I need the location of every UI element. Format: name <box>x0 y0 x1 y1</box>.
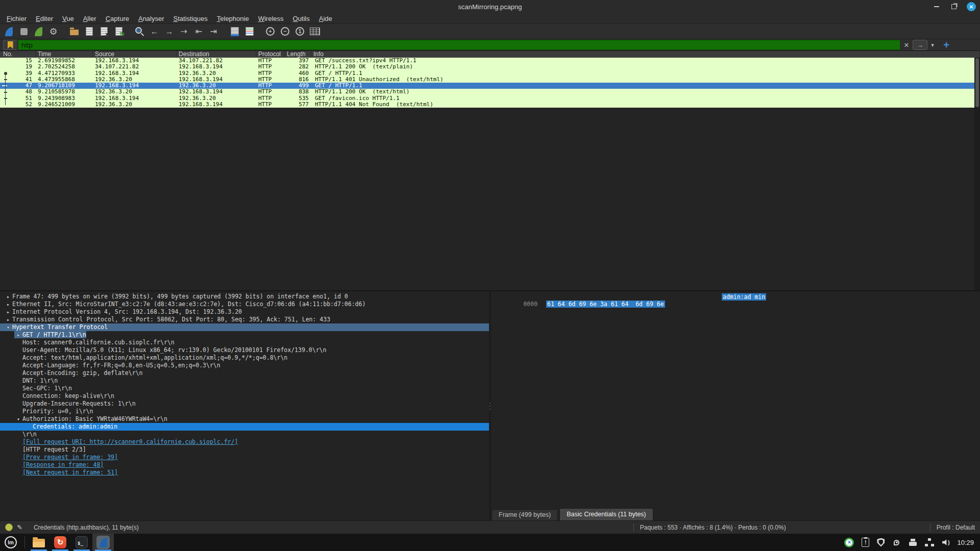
close-icon[interactable] <box>967 2 976 11</box>
menu-item-analyser[interactable]: Analyser <box>134 15 169 22</box>
maximize-icon[interactable] <box>949 2 959 11</box>
filter-bookmark-button[interactable] <box>3 40 17 50</box>
collapsed-icon[interactable]: ▸ <box>4 300 12 308</box>
open-capture-icon[interactable] <box>67 25 81 38</box>
menu-item-vue[interactable]: Vue <box>58 15 79 22</box>
column-header-length[interactable]: Length <box>285 51 311 58</box>
packet-row-39[interactable]: 394.471270933192.168.3.194192.36.3.20HTT… <box>0 70 980 77</box>
filter-add-icon[interactable] <box>941 40 952 49</box>
filter-clear-icon[interactable] <box>901 40 912 49</box>
detail-line-11[interactable]: DNT: 1\r\n <box>0 377 489 385</box>
column-header-destination[interactable]: Destination <box>177 51 256 58</box>
sync-status-icon[interactable] <box>844 538 854 547</box>
column-header-no[interactable]: No. <box>0 51 36 58</box>
byte-tab-frame[interactable]: Frame (499 bytes) <box>492 509 558 520</box>
clipboard-alert-icon[interactable] <box>862 538 869 547</box>
packet-row-48[interactable]: 489.210585978192.36.3.20192.168.3.194HTT… <box>0 89 980 95</box>
collapsed-icon[interactable]: ▸ <box>4 308 12 316</box>
detail-line-17[interactable]: Credentials: admin:admin <box>0 423 489 431</box>
detail-line-6[interactable]: Host: scanner0.californie.cub.sioplc.fr\… <box>0 339 489 346</box>
detail-line-8[interactable]: Accept: text/html,application/xhtml+xml,… <box>0 354 489 362</box>
status-profile[interactable]: Profil : Default <box>937 524 975 531</box>
nvidia-icon[interactable] <box>892 539 901 546</box>
menu-item-aller[interactable]: Aller <box>79 15 101 22</box>
network-icon[interactable] <box>925 538 934 546</box>
scrollbar-thumb[interactable] <box>975 58 979 107</box>
detail-line-2[interactable]: ▸Internet Protocol Version 4, Src: 192.1… <box>0 308 489 316</box>
detail-line-18[interactable]: \r\n <box>0 431 489 438</box>
menu-item-editer[interactable]: Editer <box>31 15 58 22</box>
detail-line-20[interactable]: [HTTP request 2/3] <box>0 446 489 454</box>
detail-line-1[interactable]: ▸Ethernet II, Src: MicroStarINT_e3:c2:7e… <box>0 300 489 308</box>
taskbar-app-wireshark[interactable] <box>92 534 114 551</box>
packet-row-47[interactable]: 479.206718109192.168.3.194192.36.3.20HTT… <box>0 83 980 89</box>
reload-capture-icon[interactable] <box>112 25 126 38</box>
collapsed-icon[interactable]: ▸ <box>4 293 12 300</box>
detail-line-7[interactable]: User-Agent: Mozilla/5.0 (X11; Linux x86_… <box>0 346 489 354</box>
expanded-icon[interactable]: ▾ <box>4 323 12 331</box>
menu-item-capture[interactable]: Capture <box>101 15 134 22</box>
zoom-reset-icon[interactable] <box>293 25 307 38</box>
hex-row[interactable]: 000061 64 6d 69 6e 3a 61 64 6d 69 6e adm… <box>491 291 980 301</box>
detail-line-9[interactable]: Accept-Language: fr,fr-FR;q=0.8,en-US;q=… <box>0 362 489 369</box>
expert-info-icon[interactable] <box>5 523 13 531</box>
detail-line-0[interactable]: ▸Frame 47: 499 bytes on wire (3992 bits)… <box>0 293 489 300</box>
go-to-packet-icon[interactable] <box>177 25 191 38</box>
detail-line-22[interactable]: [Response in frame: 48] <box>0 461 489 469</box>
collapsed-icon[interactable]: ▸ <box>4 316 12 323</box>
menu-item-telephonie[interactable]: Telephonie <box>212 15 254 22</box>
detail-line-21[interactable]: [Prev request in frame: 39] <box>0 454 489 461</box>
stop-capture-icon[interactable] <box>17 25 31 38</box>
column-header-protocol[interactable]: Protocol <box>256 51 285 58</box>
restart-capture-icon[interactable] <box>32 25 45 38</box>
taskbar-app-terminal[interactable] <box>71 534 92 551</box>
save-capture-icon[interactable] <box>82 25 96 38</box>
menu-item-aide[interactable]: Aide <box>314 15 337 22</box>
zoom-in-icon[interactable] <box>263 25 277 38</box>
packet-row-52[interactable]: 529.246521009192.36.3.20192.168.3.194HTT… <box>0 102 980 108</box>
packet-list-header[interactable]: No.TimeSourceDestinationProtocolLengthIn… <box>0 51 980 58</box>
display-filter-input[interactable] <box>18 40 900 50</box>
printer-icon[interactable] <box>909 539 917 546</box>
taskbar-app-file-manager[interactable] <box>28 534 50 551</box>
firewall-shield-icon[interactable] <box>877 538 885 547</box>
colorize-packets-icon[interactable] <box>242 25 256 38</box>
resize-columns-icon[interactable] <box>308 25 322 38</box>
detail-line-16[interactable]: ▾Authorization: Basic YWRtaW46YWRtaW4=\r… <box>0 415 489 423</box>
detail-line-5[interactable]: ▸GET / HTTP/1.1\r\n <box>0 331 489 339</box>
detail-line-23[interactable]: [Next request in frame: 51] <box>0 469 489 477</box>
column-header-info[interactable]: Info <box>311 51 980 58</box>
menu-item-outils[interactable]: Outils <box>288 15 314 22</box>
zoom-out-icon[interactable] <box>278 25 292 38</box>
close-capture-icon[interactable] <box>97 25 111 38</box>
filter-dropdown-icon[interactable] <box>928 40 937 49</box>
detail-line-12[interactable]: Sec-GPC: 1\r\n <box>0 385 489 392</box>
capture-comment-icon[interactable] <box>17 523 22 531</box>
taskbar-app-software-updater[interactable] <box>50 534 71 551</box>
detail-line-15[interactable]: Priority: u=0, i\r\n <box>0 408 489 415</box>
start-capture-icon[interactable] <box>2 25 16 38</box>
volume-icon[interactable] <box>942 539 950 546</box>
go-first-icon[interactable] <box>192 25 206 38</box>
filter-apply-icon[interactable] <box>913 40 927 50</box>
detail-line-10[interactable]: Accept-Encoding: gzip, deflate\r\n <box>0 369 489 377</box>
packet-row-19[interactable]: 192.70252425834.107.221.82192.168.3.194H… <box>0 64 980 70</box>
menu-item-statistiques[interactable]: Statistiques <box>169 15 212 22</box>
packet-row-15[interactable]: 152.691989852192.168.3.19434.107.221.82H… <box>0 58 980 64</box>
capture-options-icon[interactable] <box>46 25 60 38</box>
packet-list-scrollbar[interactable] <box>974 58 980 290</box>
packet-row-51[interactable]: 519.243908983192.168.3.194192.36.3.20HTT… <box>0 95 980 102</box>
detail-line-13[interactable]: Connection: keep-alive\r\n <box>0 392 489 400</box>
taskbar-app-mint-menu[interactable] <box>0 534 21 551</box>
expanded-icon[interactable]: ▾ <box>14 415 22 423</box>
go-forward-icon[interactable] <box>162 25 176 38</box>
menu-item-wireless[interactable]: Wireless <box>254 15 288 22</box>
detail-line-14[interactable]: Upgrade-Insecure-Requests: 1\r\n <box>0 400 489 408</box>
column-header-source[interactable]: Source <box>93 51 177 58</box>
minimize-icon[interactable] <box>932 2 941 11</box>
byte-tab-basic[interactable]: Basic Credentials (11 bytes) <box>559 508 653 520</box>
auto-scroll-icon[interactable] <box>228 25 241 38</box>
go-back-icon[interactable] <box>148 25 161 38</box>
go-last-icon[interactable] <box>207 25 220 38</box>
detail-line-19[interactable]: [Full request URI: http://scanner0.calif… <box>0 438 489 446</box>
